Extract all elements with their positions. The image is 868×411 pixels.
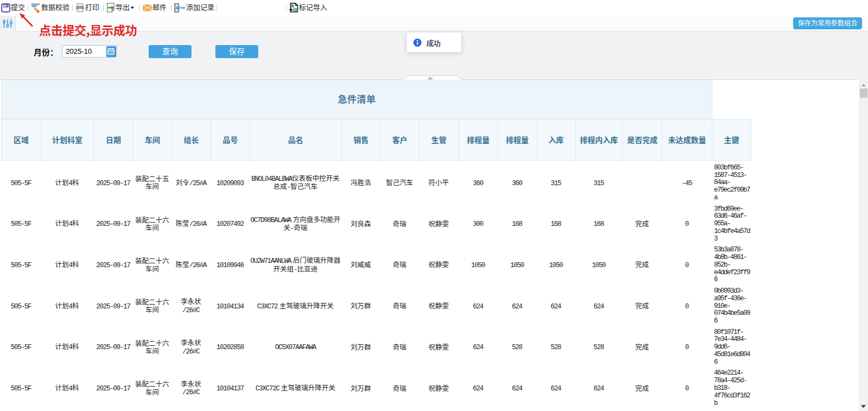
svg-text:X: X (291, 3, 294, 9)
